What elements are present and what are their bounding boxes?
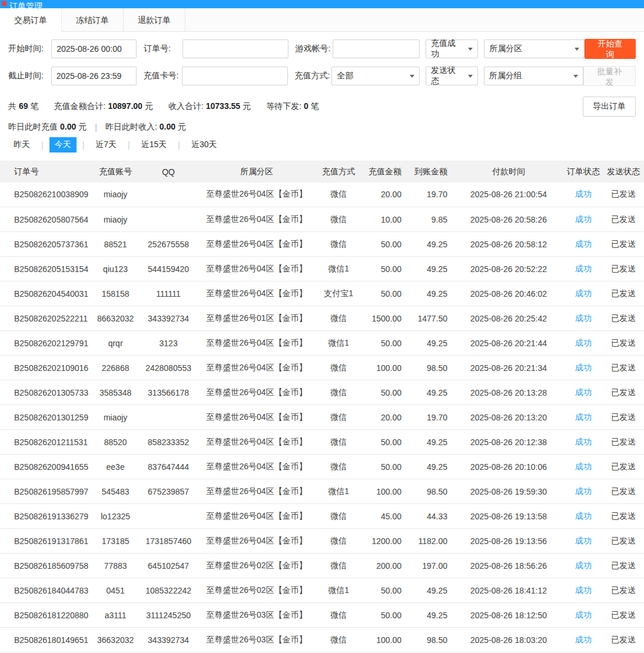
yesterday-income: 昨日此时收入:0.00元 [105,122,186,132]
table-row: B250826181220880a31113111245250至尊盛世26号03… [0,603,644,628]
order-no-input[interactable] [182,39,288,58]
date-shortcut-last30days[interactable]: 近30天 [186,137,223,153]
cell-recharge-method: 支付宝1 [319,281,358,306]
partition-select-value: 所属分区 [489,44,522,54]
cell-order-status: 成功 [564,331,603,356]
cell-recharge-account: qrqr [88,331,142,356]
order-no-label: 订单号: [144,44,182,54]
table-row: B250826210038909miaojy至尊盛世26号04区【金币】微信20… [0,183,644,207]
yesterday-income-value: 0.00 [160,122,175,131]
table-row: B250826204540031158158111111至尊盛世26号04区【金… [0,281,644,306]
cell-received-amount: 49.25 [407,380,453,405]
cell-pay-time: 2025-08-26 20:58:12 [453,232,564,257]
cell-recharge-amount: 50.00 [358,380,407,405]
col-header-send-status: 发送状态 [603,161,644,183]
income-total: 收入合计:10733.55元 [168,101,251,112]
cell-partition: 至尊盛世26号01区【金币】 [194,306,319,331]
date-shortcut-last7days[interactable]: 近7天 [90,137,122,153]
yesterday-income-label: 昨日此时收入: [105,122,157,131]
send-status-select[interactable]: 发送状态 [426,67,478,85]
cell-recharge-method: 微信 [319,430,358,455]
cell-recharge-account: qiu123 [88,257,142,281]
cell-recharge-amount: 50.00 [358,257,407,281]
date-shortcut-today[interactable]: 今天 [49,137,77,153]
cell-order-status: 成功 [564,306,603,331]
cell-order-no: B250826205737361 [0,232,88,257]
date-shortcut-last15days[interactable]: 近15天 [136,137,172,153]
cell-partition: 至尊盛世26号04区【金币】 [194,405,319,430]
cell-recharge-account: miaojy [88,405,142,430]
cell-order-status: 成功 [564,257,603,281]
cell-pay-time: 2025-08-26 19:13:58 [453,504,564,529]
cell-recharge-amount: 200.00 [358,553,407,578]
cell-recharge-method: 微信 [319,553,358,578]
col-header-received-amount: 到账金额 [407,161,453,183]
cell-partition: 至尊盛世26号02区【金币】 [194,578,319,603]
tab-trade-orders[interactable]: 交易订单 [0,8,62,31]
cell-send-status: 已发送 [603,479,644,504]
cell-recharge-account: 545483 [88,479,142,504]
game-account-input[interactable] [333,39,420,58]
table-row: B25082618404478304511085322242至尊盛世26号02区… [0,578,644,603]
cell-recharge-amount: 50.00 [358,281,407,306]
cell-qq [142,207,194,232]
group-select[interactable]: 所属分组 [484,67,583,85]
recharge-status-select[interactable]: 充值成功 [426,39,478,58]
card-no-label: 充值卡号: [144,71,182,81]
export-orders-button[interactable]: 导出订单 [583,97,636,117]
cell-order-no: B250826204540031 [0,281,88,306]
pending-count-suffix: 笔 [311,101,319,111]
cell-recharge-account: 86632032 [88,306,142,331]
table-row: B2508262013057333585348313566178至尊盛世26号0… [0,380,644,405]
end-time-input[interactable] [51,67,137,85]
partition-select[interactable]: 所属分区 [484,39,584,58]
table-row: B250826200941655ee3e837647444至尊盛世26号04区【… [0,455,644,479]
recharge-total: 充值金额合计:10897.00元 [54,101,153,112]
tab-refund-orders[interactable]: 退款订单 [124,8,185,31]
cell-recharge-account: a3111 [88,603,142,628]
recharge-method-select[interactable]: 全部 [331,67,420,85]
cell-send-status: 已发送 [603,405,644,430]
cell-recharge-method: 微信 [319,306,358,331]
cell-recharge-amount: 50.00 [358,232,407,257]
chevron-down-icon [575,48,579,53]
cell-qq: 313566178 [142,380,194,405]
search-button[interactable]: 开始查询 [585,39,636,59]
cell-recharge-amount: 50.00 [358,455,407,479]
cell-recharge-method: 微信1 [319,257,358,281]
cell-recharge-account: 158158 [88,281,142,306]
cell-recharge-account: 77883 [88,553,142,578]
cell-send-status: 已发送 [603,306,644,331]
cell-recharge-method: 微信 [319,504,358,529]
cell-order-status: 成功 [564,281,603,306]
batch-resend-button[interactable]: 批量补发 [583,66,636,86]
start-time-input[interactable] [51,39,137,58]
total-count-prefix: 共 [8,101,16,111]
table-row: B2508261913178611731851731857460至尊盛世26号0… [0,529,644,553]
send-status-select-value: 发送状态 [431,65,463,87]
tab-frozen-orders[interactable]: 冻结订单 [62,8,124,31]
cell-pay-time: 2025-08-26 20:13:20 [453,405,564,430]
cell-pay-time: 2025-08-26 19:13:56 [453,529,564,553]
cell-recharge-method: 微信 [319,603,358,628]
cell-order-no: B250826195857997 [0,479,88,504]
chevron-down-icon [410,75,414,80]
cell-order-no: B250826201301259 [0,405,88,430]
cell-send-status: 已发送 [603,603,644,628]
cell-received-amount: 44.33 [407,504,453,529]
cell-received-amount: 9.85 [407,207,453,232]
cell-order-no: B250826201211531 [0,430,88,455]
cell-recharge-amount: 100.00 [358,479,407,504]
cell-recharge-method: 微信 [319,232,358,257]
filter-panel: 开始时间: 订单号: 游戏帐号: 充值成功 所属分区 开始查询 截止时间: 充值… [0,32,644,95]
cell-recharge-account: 88521 [88,232,142,257]
col-header-recharge-method: 充值方式 [319,161,358,183]
card-no-input[interactable] [182,67,288,85]
cell-pay-time: 2025-08-26 21:00:54 [453,183,564,207]
table-row: B25082618014965136632032343392734至尊盛世26号… [0,628,644,652]
cell-order-no: B250826205807564 [0,207,88,232]
cell-recharge-method: 微信1 [319,331,358,356]
cell-order-no: B250826200941655 [0,455,88,479]
date-shortcut-yesterday[interactable]: 昨天 [8,137,35,153]
cell-order-no: B250826191317861 [0,529,88,553]
